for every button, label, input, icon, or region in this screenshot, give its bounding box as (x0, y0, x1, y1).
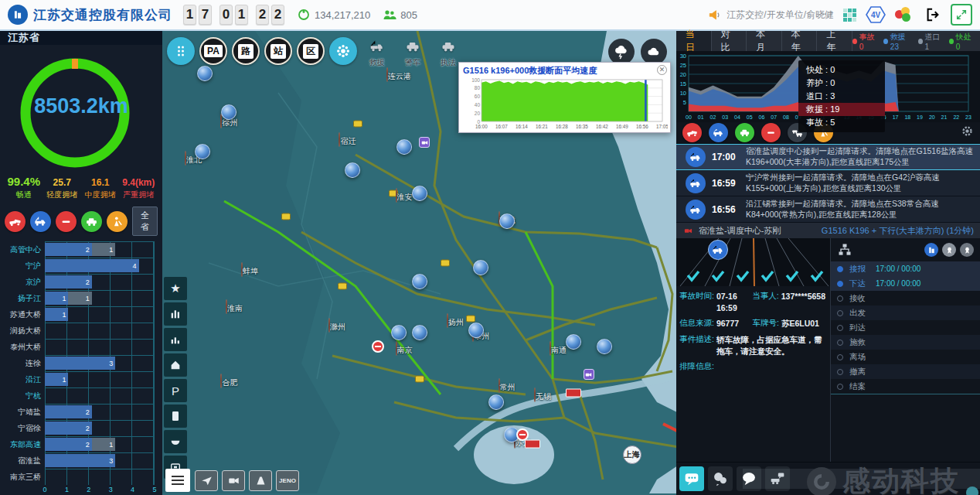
construction-filter-button[interactable] (107, 211, 128, 232)
bar-secondary[interactable]: 1 (92, 438, 115, 451)
cloud-weather-button[interactable] (641, 39, 667, 65)
favorites-button[interactable]: ★ (164, 277, 187, 300)
legend-道口[interactable]: 道口 1 (918, 32, 943, 51)
map-marker-sphere[interactable] (473, 260, 488, 275)
tab-本月[interactable]: 本月 (747, 31, 782, 51)
jeno-button[interactable]: JENO (276, 470, 299, 491)
bar-primary[interactable]: 3 (45, 357, 115, 370)
city-label-南通: 南通 (550, 342, 567, 356)
bar-primary[interactable]: 2 (45, 438, 92, 451)
map-marker-sphere[interactable] (396, 139, 412, 155)
bar-primary[interactable]: 4 (45, 259, 139, 272)
bar-primary[interactable]: 1 (45, 308, 68, 321)
alert-label-marker[interactable] (525, 440, 540, 449)
chat-active-button[interactable] (679, 466, 704, 491)
color-dots-icon[interactable] (895, 7, 915, 22)
tab-本年[interactable]: 本年 (782, 31, 818, 51)
bar-secondary[interactable]: 1 (68, 292, 91, 305)
map-marker-sphere[interactable] (412, 274, 427, 289)
bar-primary[interactable]: 3 (45, 454, 115, 467)
4v-hexagon-icon[interactable]: 4V (866, 5, 886, 24)
settings-gear-icon[interactable] (961, 125, 974, 141)
control-filter-button[interactable] (761, 123, 781, 142)
popup-close-icon[interactable]: ✕ (657, 65, 667, 75)
tow-truck-pin[interactable] (707, 240, 729, 274)
clock-digit: 7 (199, 5, 212, 25)
service-area-button[interactable]: PA (199, 37, 227, 65)
legend-事故[interactable]: 事故 0 (852, 32, 877, 51)
bar-primary[interactable]: 1 (45, 373, 68, 386)
map-marker-sphere[interactable] (412, 325, 427, 340)
bar-primary[interactable]: 1 (45, 292, 68, 305)
shanghai-marker[interactable]: 上海 (623, 446, 641, 464)
user-info[interactable]: 江苏交控/开发单位/俞晓健 (708, 8, 834, 22)
map-marker-sphere[interactable] (597, 339, 612, 354)
medal-badge-icon[interactable] (942, 243, 956, 257)
all-province-button[interactable]: 全省 (132, 207, 158, 236)
rescue-filter-button[interactable] (709, 123, 728, 142)
map-marker-sphere[interactable] (488, 394, 504, 410)
map-marker-sphere[interactable] (468, 323, 484, 338)
chart-short-button[interactable] (164, 328, 187, 351)
event-row[interactable]: 16:56沿江锡常接到一起清障请求。清障地点在S38常合高速K84+000(常熟… (676, 196, 980, 223)
map-menu-button[interactable] (167, 37, 195, 65)
org-badge-icon[interactable] (924, 243, 938, 257)
map-marker-sphere[interactable] (412, 186, 427, 201)
map-marker-sphere[interactable] (566, 334, 581, 350)
camera-capture-button[interactable] (222, 470, 245, 491)
parking-button[interactable]: P (164, 379, 187, 402)
rescue-vehicle-legend[interactable]: 救援 (362, 39, 393, 68)
police-vehicle-legend[interactable]: 警车 (397, 39, 428, 68)
device-button[interactable] (164, 405, 187, 428)
bar-primary[interactable]: 2 (45, 405, 92, 418)
map-marker-sphere[interactable] (345, 162, 360, 178)
map-marker-sphere[interactable] (195, 144, 210, 159)
alert-label-marker[interactable] (566, 389, 581, 398)
bar-primary[interactable]: 2 (45, 275, 92, 288)
road-sign-button[interactable]: 路 (232, 37, 260, 65)
road-layer-button[interactable] (249, 470, 272, 491)
tab-对比[interactable]: 对比 (712, 31, 747, 51)
map-menu-hamburger[interactable] (165, 469, 190, 492)
map-canvas[interactable]: PA 路 站 区 救援 警车 执法 (162, 31, 676, 495)
send-plane-button[interactable] (195, 470, 218, 491)
legend-快处[interactable]: 快处 0 (949, 32, 974, 51)
camera-marker[interactable] (584, 369, 594, 380)
quick-clear-filter-button[interactable] (735, 123, 754, 142)
chart-legend: 事故 0救援 23道口 1快处 0 (852, 32, 980, 51)
closure-marker[interactable] (516, 428, 529, 441)
accident-filter-button[interactable] (682, 123, 702, 142)
event-row[interactable]: 16:59宁沪常州接到一起清障请求。清障地点在G42沪蓉高速K155+000(上… (676, 170, 980, 196)
camera-marker[interactable] (419, 137, 430, 148)
logout-icon[interactable] (924, 6, 941, 23)
bar-primary[interactable]: 2 (45, 422, 92, 435)
dome-button[interactable] (164, 430, 187, 453)
accident-filter-button[interactable] (5, 211, 26, 232)
closure-marker[interactable] (372, 340, 384, 353)
event-row[interactable]: 17:00宿淮盐调度中心接到一起清障请求。清障地点在G1516盐洛高速K196+… (676, 144, 980, 170)
map-marker-sphere[interactable] (391, 325, 407, 340)
bar-secondary[interactable]: 1 (92, 243, 115, 256)
apps-grid-icon[interactable] (843, 9, 856, 22)
tab-上年[interactable]: 上年 (817, 31, 852, 51)
station-sign-button[interactable]: 站 (264, 37, 292, 65)
fullscreen-button[interactable] (951, 4, 972, 26)
chart-tall-button[interactable] (164, 302, 187, 326)
home-button[interactable] (164, 353, 187, 377)
tab-当日[interactable]: 当日 (676, 31, 712, 51)
shield-badge-icon[interactable] (960, 243, 974, 257)
legend-救援[interactable]: 救援 23 (883, 32, 912, 51)
map-marker-sphere[interactable] (197, 66, 213, 81)
org-chart-icon[interactable] (837, 242, 852, 258)
storm-weather-button[interactable] (608, 39, 635, 65)
wechat-button[interactable] (708, 466, 733, 491)
bar-primary[interactable]: 2 (45, 243, 92, 256)
camera-location[interactable]: G1516 K196 + 下行(大丰港方向) (1分钟) (822, 225, 974, 237)
zone-sign-button[interactable]: 区 (297, 37, 325, 65)
map-marker-sphere[interactable] (221, 104, 236, 120)
layers-gear-button[interactable] (329, 37, 357, 65)
control-filter-button[interactable] (56, 211, 77, 232)
map-marker-sphere[interactable] (499, 213, 515, 229)
smooth-filter-button[interactable] (81, 211, 102, 232)
rescue-filter-button[interactable] (30, 211, 51, 232)
